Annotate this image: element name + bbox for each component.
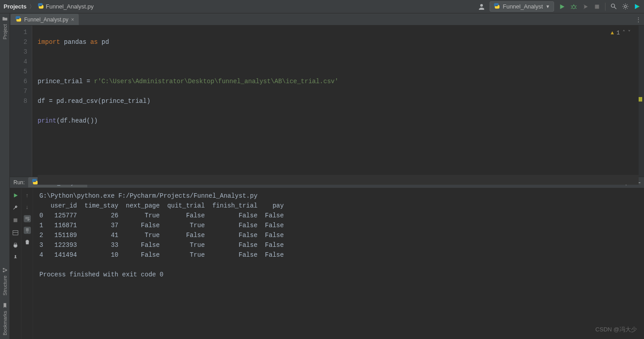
svg-point-0 xyxy=(480,4,483,7)
scroll-to-end-icon[interactable] xyxy=(24,227,31,234)
bookmark-icon xyxy=(2,303,8,309)
run-button[interactable] xyxy=(559,3,566,10)
editor-tabbar: Funnel_Analyst.py × ⋮ xyxy=(10,13,644,25)
left-toolwindow-bar: Project Structure Bookmarks xyxy=(0,13,10,339)
tool-bookmarks[interactable]: Bookmarks xyxy=(2,303,8,335)
folder-icon xyxy=(2,16,8,23)
soft-wrap-icon[interactable] xyxy=(24,215,31,222)
python-icon xyxy=(15,16,21,23)
breadcrumb-root[interactable]: Projects xyxy=(4,3,26,10)
tool-project[interactable]: Project xyxy=(2,16,8,39)
run-label: Run: xyxy=(13,179,25,186)
svg-rect-7 xyxy=(582,4,584,8)
chevron-down-icon[interactable]: ˅ xyxy=(628,28,631,38)
editor-tab[interactable]: Funnel_Analyst.py × xyxy=(11,14,79,25)
toolbar-right: Funnel_Analyst ▼ xyxy=(478,1,640,12)
coverage-button[interactable] xyxy=(582,3,589,10)
breadcrumb-filename: Funnel_Analyst.py xyxy=(46,3,94,10)
main-column: Funnel_Analyst.py × ⋮ 12345678 import pa… xyxy=(10,13,644,339)
settings-icon[interactable] xyxy=(622,3,629,10)
structure-icon xyxy=(2,267,8,274)
code-line xyxy=(38,136,639,145)
stop-button[interactable] xyxy=(12,217,19,224)
python-icon xyxy=(494,3,500,10)
chevron-up-icon[interactable]: ˄ xyxy=(623,28,625,38)
print-icon[interactable] xyxy=(12,242,19,249)
editor[interactable]: 12345678 import pandas as pd prince_tria… xyxy=(10,25,644,177)
code-line-current xyxy=(38,175,639,185)
code-line xyxy=(38,57,639,67)
code-line: import pandas as pd xyxy=(38,37,639,47)
tool-structure[interactable]: Structure xyxy=(2,267,8,296)
svg-rect-20 xyxy=(14,243,17,245)
code-line xyxy=(38,155,639,165)
body-row: Project Structure Bookmarks Funnel_Analy… xyxy=(0,13,644,339)
pin-icon[interactable] xyxy=(12,254,19,262)
up-arrow-icon[interactable]: ↑ xyxy=(24,192,31,199)
svg-point-9 xyxy=(611,4,614,8)
editor-error-stripe[interactable] xyxy=(639,25,644,177)
svg-line-6 xyxy=(576,8,576,8)
user-icon[interactable] xyxy=(478,3,485,10)
watermark: CSDN @冯大少 xyxy=(595,326,637,334)
svg-rect-8 xyxy=(595,4,599,8)
svg-rect-16 xyxy=(13,218,17,222)
search-icon[interactable] xyxy=(610,3,617,10)
run-tools-secondary: ↑ ↓ xyxy=(21,188,33,339)
breadcrumb-sep: 〉 xyxy=(29,3,35,11)
stop-button[interactable] xyxy=(593,3,601,10)
close-icon[interactable]: × xyxy=(71,17,74,23)
run-config-name: Funnel_Analyst xyxy=(503,3,543,10)
warning-icon: ▲ xyxy=(611,28,614,38)
wrench-icon[interactable] xyxy=(12,204,19,212)
rerun-button[interactable] xyxy=(12,192,19,199)
code-line: prince_trial = r'C:\Users\Administrator\… xyxy=(38,76,639,86)
down-arrow-icon[interactable]: ↓ xyxy=(24,203,31,211)
trash-icon[interactable] xyxy=(24,238,31,246)
code-area[interactable]: import pandas as pd prince_trial = r'C:\… xyxy=(32,25,639,177)
run-tools-primary xyxy=(10,188,21,339)
code-line: df = pd.read_csv(prince_trial) xyxy=(38,96,639,106)
layout-icon[interactable] xyxy=(12,229,19,237)
svg-point-1 xyxy=(572,5,576,8)
tab-menu-icon[interactable]: ⋮ xyxy=(635,16,641,23)
svg-line-5 xyxy=(571,8,572,8)
svg-line-10 xyxy=(614,7,616,9)
svg-point-11 xyxy=(624,5,627,8)
warning-count: 1 xyxy=(617,28,620,38)
chevron-down-icon: ▼ xyxy=(546,4,550,9)
breadcrumb: Projects 〉 Funnel_Analyst.py xyxy=(4,3,94,11)
python-icon xyxy=(38,3,44,10)
caret-marker xyxy=(639,97,642,102)
run-config-selector[interactable]: Funnel_Analyst ▼ xyxy=(490,1,554,12)
svg-rect-21 xyxy=(14,246,17,247)
tab-title: Funnel_Analyst.py xyxy=(24,17,68,23)
svg-rect-13 xyxy=(3,271,4,272)
ide-logo-icon[interactable] xyxy=(633,3,640,10)
svg-line-3 xyxy=(571,5,572,6)
svg-rect-17 xyxy=(13,231,18,235)
navbar: Projects 〉 Funnel_Analyst.py Funnel_Anal… xyxy=(0,0,644,13)
separator xyxy=(605,3,606,11)
breadcrumb-file[interactable]: Funnel_Analyst.py xyxy=(38,3,94,10)
debug-button[interactable] xyxy=(570,3,577,10)
gutter-line-numbers: 12345678 xyxy=(10,25,32,177)
svg-rect-14 xyxy=(5,270,7,271)
code-line: print(df.head()) xyxy=(38,116,639,126)
svg-line-4 xyxy=(576,5,576,6)
inspections-widget[interactable]: ▲ 1 ˄ ˅ xyxy=(611,28,631,38)
svg-rect-12 xyxy=(3,268,4,270)
